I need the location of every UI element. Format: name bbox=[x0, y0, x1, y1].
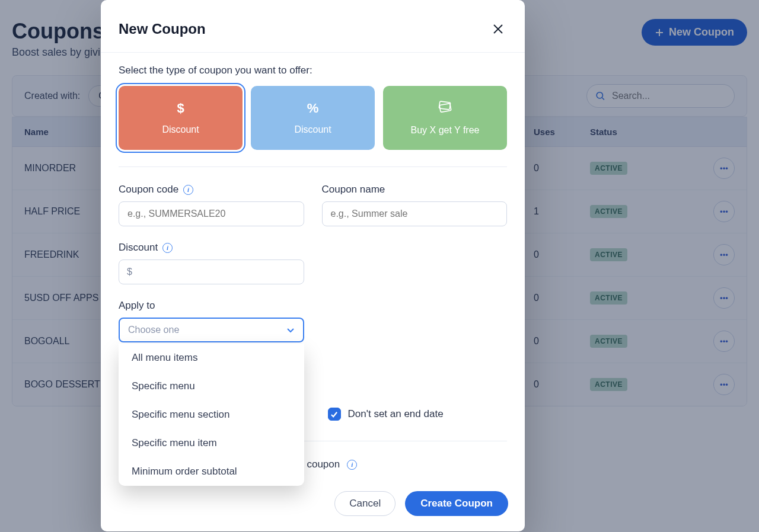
new-coupon-modal: New Coupon Select the type of coupon you… bbox=[101, 0, 525, 531]
close-icon bbox=[493, 24, 503, 34]
no-end-date-label: Don't set an end date bbox=[348, 408, 444, 420]
dollar-icon: $ bbox=[177, 101, 184, 116]
currency-symbol: $ bbox=[127, 267, 132, 277]
coupon-type-bogo-label: Buy X get Y free bbox=[411, 125, 480, 136]
info-icon[interactable]: i bbox=[162, 243, 173, 253]
close-button[interactable] bbox=[489, 20, 507, 38]
check-icon bbox=[330, 411, 338, 418]
apply-to-dropdown: All menu items Specific menu Specific me… bbox=[119, 344, 304, 486]
coupon-type-dollar[interactable]: $ Discount bbox=[119, 86, 243, 150]
create-coupon-button[interactable]: Create Coupon bbox=[405, 491, 508, 516]
info-icon[interactable]: i bbox=[347, 460, 357, 470]
coupon-type-bogo[interactable]: Buy X get Y free bbox=[383, 86, 507, 150]
info-icon[interactable]: i bbox=[183, 185, 193, 195]
coupon-name-label: Coupon name bbox=[322, 184, 508, 196]
apply-to-select[interactable]: Choose one bbox=[119, 318, 304, 342]
coupon-name-input[interactable] bbox=[322, 201, 508, 226]
coupon-code-label-text: Coupon code bbox=[119, 184, 178, 196]
modal-footer: Cancel Create Coupon bbox=[101, 486, 525, 520]
coupon-type-dollar-label: Discount bbox=[162, 124, 199, 135]
modal-title: New Coupon bbox=[119, 21, 206, 37]
discount-label-text: Discount bbox=[119, 242, 158, 254]
discount-label: Discount i bbox=[119, 242, 304, 254]
cancel-button[interactable]: Cancel bbox=[334, 491, 396, 516]
no-end-date-checkbox[interactable] bbox=[328, 408, 341, 421]
coupon-type-prompt: Select the type of coupon you want to of… bbox=[119, 65, 507, 76]
coupon-type-cards: $ Discount % Discount Buy X get Y free bbox=[119, 86, 507, 150]
apply-option-specific-item[interactable]: Specific menu item bbox=[119, 429, 304, 457]
coupon-code-input[interactable] bbox=[119, 201, 304, 226]
chevron-down-icon bbox=[286, 326, 295, 334]
coupon-code-label: Coupon code i bbox=[119, 184, 304, 196]
apply-option-specific-section[interactable]: Specific menu section bbox=[119, 400, 304, 429]
coupon-type-percent[interactable]: % Discount bbox=[251, 86, 375, 150]
percent-icon: % bbox=[307, 101, 319, 116]
apply-option-specific-menu[interactable]: Specific menu bbox=[119, 372, 304, 400]
modal-body: Select the type of coupon you want to of… bbox=[101, 53, 525, 471]
divider bbox=[119, 166, 507, 167]
modal-header: New Coupon bbox=[101, 0, 525, 53]
apply-to-label: Apply to bbox=[119, 300, 304, 312]
apply-option-all-items[interactable]: All menu items bbox=[119, 344, 304, 372]
ticket-icon bbox=[437, 100, 454, 117]
discount-input[interactable] bbox=[119, 259, 304, 284]
apply-option-min-subtotal[interactable]: Minimum order subtotal bbox=[119, 457, 304, 486]
coupon-type-percent-label: Discount bbox=[294, 124, 331, 135]
apply-to-placeholder: Choose one bbox=[128, 325, 179, 335]
